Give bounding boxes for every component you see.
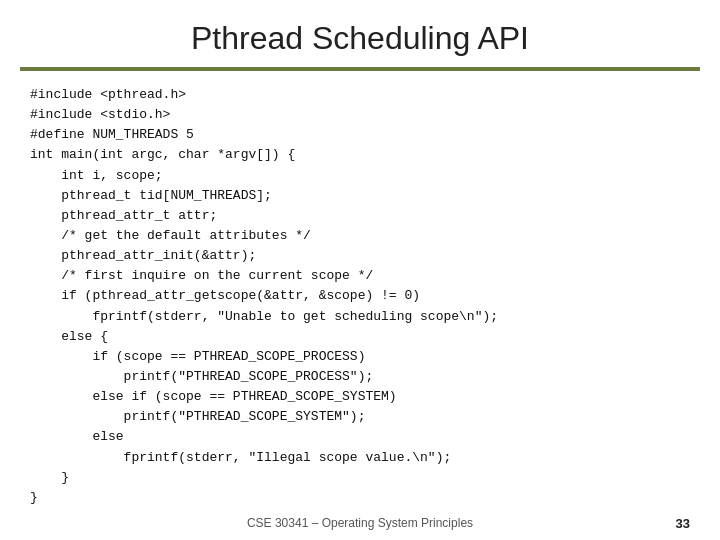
slide: Pthread Scheduling API #include <pthread… bbox=[0, 0, 720, 540]
code-block: #include <pthread.h> #include <stdio.h> … bbox=[30, 85, 690, 508]
footer: CSE 30341 – Operating System Principles … bbox=[0, 508, 720, 540]
slide-title: Pthread Scheduling API bbox=[40, 20, 680, 57]
title-area: Pthread Scheduling API bbox=[0, 0, 720, 67]
code-area: #include <pthread.h> #include <stdio.h> … bbox=[0, 71, 720, 508]
footer-text: CSE 30341 – Operating System Principles bbox=[247, 516, 473, 530]
page-number: 33 bbox=[676, 516, 690, 531]
